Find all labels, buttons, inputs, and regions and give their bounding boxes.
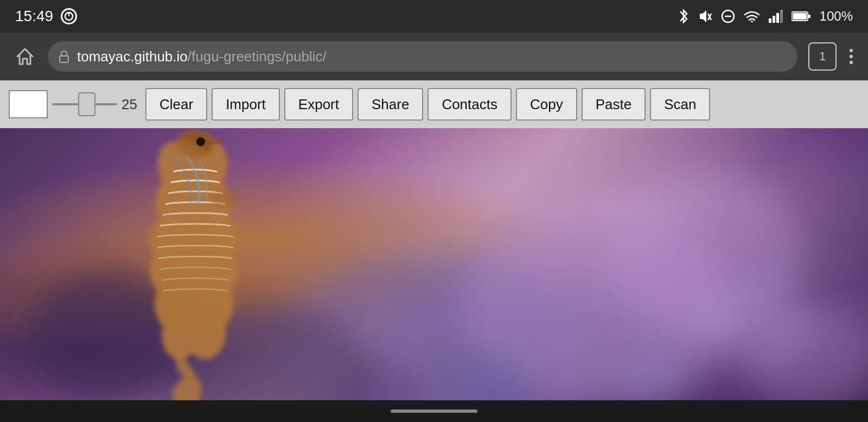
svg-point-23 — [196, 137, 205, 146]
url-path: /fugu-greetings/public/ — [188, 48, 327, 65]
status-right: 100% — [678, 9, 853, 24]
dnd-icon — [721, 9, 735, 23]
url-text: tomayac.github.io/fugu-greetings/public/ — [77, 48, 327, 65]
contacts-button[interactable]: Contacts — [427, 88, 512, 121]
mute-icon — [698, 9, 712, 23]
menu-dot-1 — [850, 49, 853, 52]
slider-value: 25 — [122, 96, 141, 113]
battery-percent: 100% — [820, 9, 853, 24]
menu-dot-3 — [850, 61, 853, 64]
status-time: 15:49 — [15, 8, 53, 25]
menu-dot-2 — [850, 55, 853, 58]
url-bar[interactable]: tomayac.github.io/fugu-greetings/public/ — [48, 41, 797, 72]
address-bar: tomayac.github.io/fugu-greetings/public/… — [0, 33, 868, 80]
share-button[interactable]: Share — [358, 88, 423, 121]
svg-marker-2 — [700, 10, 706, 22]
export-button[interactable]: Export — [284, 88, 353, 121]
battery-icon — [792, 10, 811, 22]
bottom-nav-bar — [0, 400, 868, 422]
tab-count: 1 — [819, 49, 826, 64]
status-bar: 15:49 — [0, 0, 868, 33]
tab-switcher-button[interactable]: 1 — [808, 42, 837, 71]
status-left: 15:49 — [15, 8, 77, 25]
clear-button[interactable]: Clear — [145, 88, 207, 121]
paste-button[interactable]: Paste — [582, 88, 646, 121]
svg-rect-10 — [776, 13, 779, 23]
svg-rect-15 — [60, 56, 68, 62]
svg-point-27 — [705, 280, 814, 367]
home-indicator[interactable] — [391, 410, 477, 413]
fish-image — [0, 128, 868, 400]
svg-rect-8 — [769, 18, 771, 23]
svg-point-7 — [751, 21, 753, 22]
lock-icon — [59, 50, 69, 63]
overflow-menu-button[interactable] — [847, 47, 855, 66]
svg-rect-11 — [780, 10, 783, 23]
brush-size-slider[interactable]: 25 — [52, 96, 141, 113]
copy-button[interactable]: Copy — [516, 88, 577, 121]
main-canvas[interactable] — [0, 128, 868, 400]
slider-track[interactable] — [52, 103, 117, 105]
home-button[interactable] — [13, 45, 37, 68]
svg-rect-9 — [773, 16, 775, 23]
signal-icon — [769, 10, 783, 23]
wifi-icon — [744, 10, 760, 22]
status-app-icon — [61, 8, 77, 24]
bluetooth-icon — [678, 9, 690, 24]
app-toolbar: 25 Clear Import Export Share Contacts Co… — [0, 80, 868, 128]
svg-rect-13 — [793, 13, 807, 20]
import-button[interactable]: Import — [212, 88, 280, 121]
color-swatch[interactable] — [9, 90, 48, 118]
scan-button[interactable]: Scan — [650, 88, 710, 121]
url-base: tomayac.github.io — [77, 48, 188, 65]
svg-rect-14 — [808, 15, 810, 18]
slider-thumb[interactable] — [78, 92, 95, 116]
